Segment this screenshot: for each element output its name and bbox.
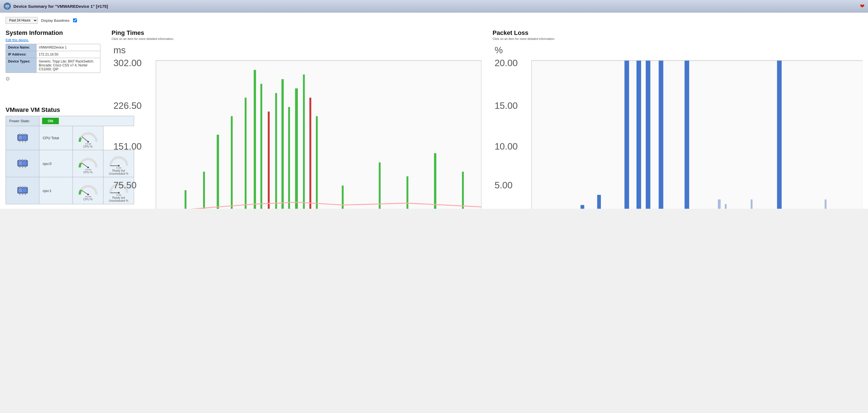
svg-line-112 <box>82 190 88 195</box>
cpu-icon <box>17 132 29 143</box>
cpu1-gauge-svg: 15.56 <box>77 181 99 197</box>
field-label: IP Address: <box>6 51 36 58</box>
svg-rect-78 <box>23 136 27 140</box>
ping-times-subtitle: Click on an item for more detailed infor… <box>112 37 482 40</box>
svg-rect-90 <box>23 161 27 165</box>
device-info-table: Device Name: VMWAREDevice 1 IP Address: … <box>6 44 100 73</box>
svg-rect-109 <box>19 194 20 195</box>
svg-rect-93 <box>25 159 26 161</box>
svg-rect-108 <box>25 186 26 188</box>
gauge-wrapper: 13.05 CPU % <box>74 128 101 148</box>
svg-rect-104 <box>19 188 22 192</box>
svg-text:13.05: 13.05 <box>85 143 91 145</box>
cpu-icon-cell <box>6 126 39 150</box>
edit-device-link[interactable]: Edit this device. <box>6 38 100 42</box>
cpu-icon <box>17 185 29 196</box>
svg-point-98 <box>87 167 89 168</box>
baseline-checkbox[interactable] <box>73 19 77 22</box>
packet-loss-section: Packet Loss Click on an item for more de… <box>493 29 863 98</box>
device-icon <box>3 2 11 10</box>
svg-text:%: % <box>494 45 502 55</box>
time-range-select[interactable]: Past 24 HoursPast WeekPast Month <box>6 17 38 24</box>
svg-rect-95 <box>22 166 23 168</box>
field-value: Generic; Tripp Lite; BNT RackSwitch; Bro… <box>36 58 100 73</box>
svg-line-85 <box>82 137 88 142</box>
svg-text:13.63: 13.63 <box>85 169 91 170</box>
gauge-wrapper: 13.63 CPU % <box>74 153 101 174</box>
svg-rect-110 <box>22 194 23 195</box>
svg-rect-107 <box>22 186 23 188</box>
packet-loss-subtitle: Click on an item for more detailed infor… <box>493 37 863 40</box>
gauge-label: CPU % <box>83 171 93 174</box>
title-bar: Device Summary for "VMWAREDevice 1" [#17… <box>0 0 868 12</box>
svg-rect-106 <box>19 186 20 188</box>
cpu-gauge-svg: 13.05 <box>77 128 99 145</box>
field-label: Device Name: <box>6 44 36 51</box>
gauge-wrapper: 15.56 CPU % <box>74 181 101 201</box>
vm-name-cell: cpu:1 <box>39 177 73 204</box>
vm-name-cell: CPU Total <box>39 126 73 150</box>
svg-rect-111 <box>25 194 26 195</box>
ping-times-title: Ping Times <box>112 29 482 36</box>
svg-text:5.00: 5.00 <box>494 180 513 190</box>
svg-text:20.00: 20.00 <box>494 58 518 68</box>
svg-text:151.00: 151.00 <box>114 141 142 151</box>
svg-rect-79 <box>19 134 20 135</box>
svg-rect-96 <box>25 166 26 168</box>
svg-rect-54 <box>531 61 862 209</box>
svg-text:10.00: 10.00 <box>494 141 518 151</box>
svg-rect-92 <box>22 159 23 161</box>
page-title: Device Summary for "VMWAREDevice 1" [#17… <box>13 4 108 9</box>
svg-text:302.00: 302.00 <box>114 58 142 68</box>
svg-text:75.50: 75.50 <box>114 180 136 190</box>
svg-rect-105 <box>23 188 27 192</box>
power-on-badge: ON <box>42 118 59 124</box>
svg-rect-91 <box>19 159 20 161</box>
svg-point-86 <box>87 141 89 143</box>
gauge-label: CPU % <box>83 198 93 201</box>
cpu0-gauge-svg: 13.63 <box>77 153 99 170</box>
ping-times-chart[interactable]: ms 302.00 226.50 151.00 75.50 0.00 <box>112 42 482 98</box>
svg-text:15.56: 15.56 <box>85 196 91 197</box>
table-row: Device Name: VMWAREDevice 1 <box>6 44 100 51</box>
power-state-label: Power State: <box>6 116 39 126</box>
table-row: Device Types: Generic; Tripp Lite; BNT R… <box>6 58 100 73</box>
gauge-cell[interactable]: 13.05 CPU % <box>73 126 103 150</box>
svg-point-113 <box>87 194 89 195</box>
field-label: Device Types: <box>6 58 36 73</box>
close-icon[interactable]: ❤ <box>860 3 865 9</box>
svg-rect-84 <box>25 141 26 142</box>
ping-chart-svg: ms 302.00 226.50 151.00 75.50 0.00 <box>112 42 482 209</box>
packet-loss-chart[interactable]: % 20.00 15.00 10.00 5.00 0.00 <box>493 42 863 98</box>
cpu-icon-cell <box>6 150 39 177</box>
svg-rect-83 <box>22 141 23 142</box>
expand-icon[interactable]: ⊙ <box>6 76 100 82</box>
field-value: VMWAREDevice 1 <box>36 44 100 51</box>
svg-rect-77 <box>19 136 22 140</box>
svg-rect-2 <box>6 5 9 7</box>
cpu-icon <box>17 158 29 169</box>
main-grid: System Information Edit this device. Dev… <box>6 29 862 98</box>
svg-rect-82 <box>19 141 20 142</box>
packet-loss-title: Packet Loss <box>493 29 863 36</box>
packet-loss-chart-svg: % 20.00 15.00 10.00 5.00 0.00 <box>493 42 863 209</box>
svg-text:226.50: 226.50 <box>114 100 142 111</box>
gauge-label: CPU % <box>83 145 93 148</box>
system-info-title: System Information <box>6 29 100 36</box>
svg-line-97 <box>82 163 88 168</box>
svg-point-3 <box>7 8 8 9</box>
gauge-cell[interactable]: 13.63 CPU % <box>73 150 103 177</box>
vm-name-cell: cpu:0 <box>39 150 73 177</box>
ping-times-section: Ping Times Click on an item for more det… <box>112 29 482 98</box>
svg-rect-89 <box>19 161 22 165</box>
svg-text:ms: ms <box>114 45 126 55</box>
content-area: Past 24 HoursPast WeekPast Month Display… <box>0 12 868 209</box>
baseline-label: Display Baselines <box>41 19 70 23</box>
svg-rect-81 <box>25 134 26 135</box>
svg-rect-80 <box>22 134 23 135</box>
field-value: 172.21.16.50 <box>36 51 100 58</box>
table-row: IP Address: 172.21.16.50 <box>6 51 100 58</box>
gauge-cell[interactable]: 15.56 CPU % <box>73 177 103 204</box>
svg-rect-94 <box>19 166 20 168</box>
toolbar: Past 24 HoursPast WeekPast Month Display… <box>6 17 862 24</box>
